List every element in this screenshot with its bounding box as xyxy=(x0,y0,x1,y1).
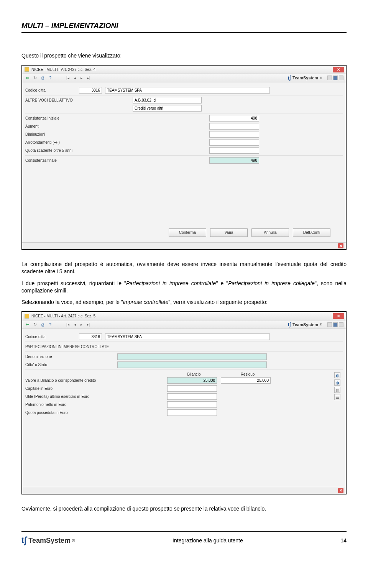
col-bilancio-header: Bilancio xyxy=(167,372,221,376)
row-label: Capitale in Euro xyxy=(25,386,167,391)
nav-prev-icon[interactable]: ◂ xyxy=(73,322,77,327)
row-label: Quota posseduta in Euro xyxy=(25,411,167,415)
value-field[interactable] xyxy=(209,139,259,146)
annulla-button[interactable]: Annulla xyxy=(251,228,289,237)
close-badge-icon[interactable]: ✕ xyxy=(338,243,343,248)
row-label: Quota scadente oltre 5 anni xyxy=(25,148,209,153)
tool-box-icon[interactable] xyxy=(339,76,343,80)
tool-box-icon[interactable] xyxy=(327,322,332,327)
bilancio-field[interactable] xyxy=(167,385,217,392)
consistenza-finale-field[interactable]: 498 xyxy=(209,157,259,164)
citta-label: Citta' o Stato xyxy=(25,363,117,367)
close-button[interactable]: ✕ xyxy=(333,313,344,319)
intro-paragraph: Questo il prospetto che viene visualizza… xyxy=(21,52,347,59)
col-residuo-header: Residuo xyxy=(221,372,274,376)
print-icon[interactable]: ⎙ xyxy=(40,75,45,80)
page-footer: tʃTeamSystem® Integrazione alla guida ut… xyxy=(21,531,347,545)
tool-box-icon[interactable] xyxy=(333,322,338,327)
denominazione-label: Denominazione xyxy=(25,355,117,359)
varia-button[interactable]: Varia xyxy=(210,228,248,237)
copy-row-icon[interactable]: ▤ xyxy=(334,387,340,393)
tool-box-icon[interactable] xyxy=(333,76,338,80)
app-icon xyxy=(25,314,29,319)
nav-first-icon[interactable]: |◂ xyxy=(65,322,71,327)
add-row-icon[interactable]: ◐ xyxy=(334,372,340,378)
footer-center-text: Integrazione alla guida utente xyxy=(172,537,243,544)
consistenza-finale-label: Consistenza finale xyxy=(25,158,209,163)
row-label: Diminuzioni xyxy=(25,132,209,136)
bilancio-field[interactable]: 25.000 xyxy=(167,377,217,384)
window-title: NICEE - MULTI - Art. 2427 c.c. Sez. 5 xyxy=(31,314,95,318)
footer-page-number: 14 xyxy=(340,537,347,544)
dettconti-button[interactable]: Dett.Conti xyxy=(293,228,330,237)
refresh-icon[interactable]: ↻ xyxy=(32,322,38,327)
value-field[interactable] xyxy=(209,147,259,154)
remove-row-icon[interactable]: ◑ xyxy=(334,379,340,386)
brand-logo: tʃTeamSystem® xyxy=(288,75,322,81)
value-field[interactable] xyxy=(209,131,259,138)
toolbar: ⬅ ↻ ⎙ ? |◂ ◂ ▸ ▸| tʃTeamSystem® xyxy=(22,74,346,82)
body-paragraph: Selezionando la voce, ad esempio, per le… xyxy=(21,299,347,306)
nav-prev-icon[interactable]: ◂ xyxy=(73,76,77,80)
codice-voce-field[interactable]: A.B.03.02..d xyxy=(133,97,202,103)
screenshot-1: NICEE - MULTI - Art. 2427 c.c. Sez. 4 ✕ … xyxy=(21,65,347,250)
body-paragraph: Ovviamente, si procederà alla compilazio… xyxy=(21,505,347,512)
screenshot-2: NICEE - MULTI - Art. 2427 c.c. Sez. 5 ✕ … xyxy=(21,311,347,494)
nav-first-icon[interactable]: |◂ xyxy=(65,76,71,80)
bilancio-field[interactable] xyxy=(167,393,217,400)
statusbar: ✕ xyxy=(22,487,346,494)
nav-next-icon[interactable]: ▸ xyxy=(79,76,84,80)
row-label: Aumenti xyxy=(25,124,209,128)
citta-field[interactable] xyxy=(117,361,267,368)
footer-brand: tʃTeamSystem® xyxy=(21,535,75,545)
statusbar: ✕ xyxy=(22,242,346,249)
ditta-nome-field[interactable]: TEAMSYSTEM SPA xyxy=(105,333,270,340)
app-icon xyxy=(25,67,29,72)
row-label: Arrotondamenti (+/-) xyxy=(25,140,209,145)
titlebar: NICEE - MULTI - Art. 2427 c.c. Sez. 5 ✕ xyxy=(22,312,346,320)
body-paragraph: La compilazione del prospetto è automati… xyxy=(21,261,347,275)
bilancio-field[interactable] xyxy=(167,409,217,416)
toolbar: ⬅ ↻ ⎙ ? |◂ ◂ ▸ ▸| tʃTeamSystem® xyxy=(22,320,346,329)
codice-ditta-field[interactable]: 3316 xyxy=(79,333,102,340)
section-label: PARTECIPAZIONI IN IMPRESE CONTROLLATE xyxy=(25,345,109,349)
nav-last-icon[interactable]: ▸| xyxy=(86,76,91,80)
body-paragraph: I due prospetti successivi, riguardanti … xyxy=(21,280,347,294)
refresh-icon[interactable]: ↻ xyxy=(32,75,38,80)
value-field[interactable]: 498 xyxy=(209,115,259,122)
nav-last-icon[interactable]: ▸| xyxy=(86,322,91,327)
value-field[interactable] xyxy=(209,123,259,130)
denominazione-field[interactable] xyxy=(117,353,267,360)
close-badge-icon[interactable]: ✕ xyxy=(338,488,343,493)
print-icon[interactable]: ⎙ xyxy=(40,322,45,327)
ditta-nome-field[interactable]: TEAMSYSTEM SPA xyxy=(105,87,270,94)
bilancio-field[interactable] xyxy=(167,401,217,408)
codice-ditta-field[interactable]: 3316 xyxy=(79,87,102,94)
help-icon[interactable]: ? xyxy=(48,322,53,327)
conferma-button[interactable]: Conferma xyxy=(169,228,206,237)
desc-voce-field[interactable]: Crediti verso altri xyxy=(133,105,202,112)
section-label: ALTRE VOCI DELL'ATTIVO xyxy=(25,98,133,102)
row-label: Consistenza Iniziale xyxy=(25,116,209,120)
titlebar: NICEE - MULTI - Art. 2427 c.c. Sez. 4 ✕ xyxy=(22,66,346,74)
row-label: Valore a Bilancio o corrispondente credi… xyxy=(25,378,167,383)
codice-ditta-label: Codice ditta xyxy=(25,335,79,339)
residuo-field[interactable]: 25.000 xyxy=(221,377,271,384)
page-header: MULTI – IMPLEMENTAZIONI xyxy=(21,21,347,33)
tool-box-icon[interactable] xyxy=(327,76,332,80)
arrow-left-icon[interactable]: ⬅ xyxy=(25,322,30,327)
close-button[interactable]: ✕ xyxy=(333,67,344,72)
codice-ditta-label: Codice ditta xyxy=(25,88,79,92)
brand-logo: tʃTeamSystem® xyxy=(288,322,322,327)
list-row-icon[interactable]: ☰ xyxy=(334,394,340,400)
help-icon[interactable]: ? xyxy=(48,75,53,80)
tool-box-icon[interactable] xyxy=(339,322,343,327)
row-label: Utile (Perdita) ultimo esercizio in Euro xyxy=(25,394,167,399)
row-label: Patrimonio netto in Euro xyxy=(25,402,167,407)
nav-next-icon[interactable]: ▸ xyxy=(79,322,84,327)
window-title: NICEE - MULTI - Art. 2427 c.c. Sez. 4 xyxy=(31,67,95,72)
arrow-left-icon[interactable]: ⬅ xyxy=(25,75,30,80)
